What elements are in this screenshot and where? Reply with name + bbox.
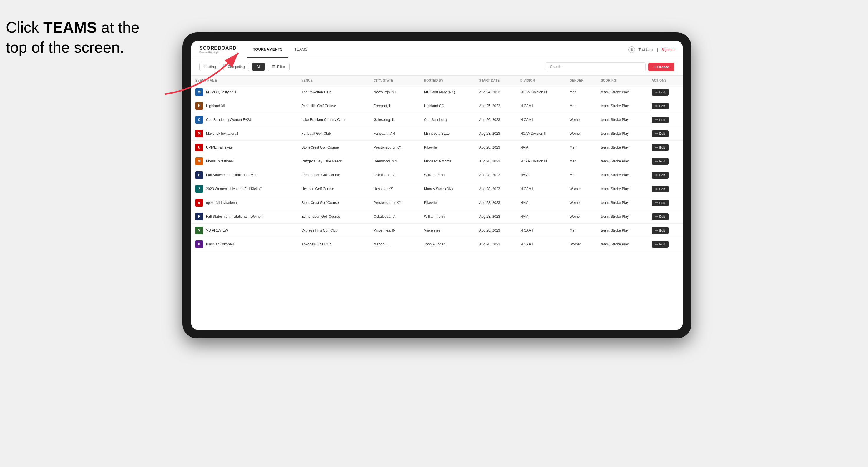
event-name-cell-12: K Klash at Kokopelli bbox=[195, 241, 293, 248]
cell-city-state-10: Oskaloosa, IA bbox=[370, 210, 420, 224]
event-name-text-4: Maverick Invitational bbox=[206, 131, 238, 136]
cell-venue-11: Cypress Hills Golf Club bbox=[297, 224, 369, 238]
cell-event-name-7: F Fall Statesmen Invitational - Men bbox=[191, 168, 297, 182]
nav-separator: | bbox=[657, 48, 658, 52]
logo-area: SCOREBOARD Powered by clippit bbox=[199, 45, 237, 54]
cell-venue-8: Hesston Golf Course bbox=[297, 182, 369, 196]
edit-button-4[interactable]: ✏ Edit bbox=[652, 130, 669, 137]
tab-teams[interactable]: TEAMS bbox=[288, 41, 313, 58]
hosting-button[interactable]: Hosting bbox=[199, 63, 220, 71]
cell-scoring-3: team, Stroke Play bbox=[597, 113, 647, 127]
cell-city-state-2: Freeport, IL bbox=[370, 99, 420, 113]
event-name-cell-7: F Fall Statesmen Invitational - Men bbox=[195, 171, 293, 179]
edit-button-11[interactable]: ✏ Edit bbox=[652, 227, 669, 234]
event-name-text-9: upike fall invitational bbox=[206, 201, 238, 205]
event-name-cell-6: M Morris Invitational bbox=[195, 157, 293, 165]
cell-actions-5: ✏ Edit bbox=[648, 141, 683, 155]
cell-event-name-4: M Maverick Invitational bbox=[191, 127, 297, 141]
cell-scoring-5: team, Stroke Play bbox=[597, 141, 647, 155]
cell-event-name-3: C Carl Sandburg Women FA23 bbox=[191, 113, 297, 127]
nav-right: ⚙ Test User | Sign out bbox=[628, 46, 674, 53]
table-container: EVENT NAME VENUE CITY, STATE HOSTED BY S… bbox=[191, 75, 683, 330]
event-name-text-11: VU PREVIEW bbox=[206, 228, 228, 232]
team-logo-5: U bbox=[195, 144, 203, 151]
team-logo-12: K bbox=[195, 241, 203, 248]
edit-button-8[interactable]: ✏ Edit bbox=[652, 186, 669, 192]
edit-button-5[interactable]: ✏ Edit bbox=[652, 144, 669, 151]
gear-icon[interactable]: ⚙ bbox=[628, 46, 635, 53]
sign-out-link[interactable]: Sign out bbox=[661, 48, 674, 52]
cell-start-date-6: Aug 28, 2023 bbox=[475, 155, 516, 168]
cell-venue-9: StoneCrest Golf Course bbox=[297, 196, 369, 210]
col-venue: VENUE bbox=[297, 75, 369, 85]
cell-division-8: NICAA II bbox=[516, 182, 565, 196]
event-name-text-1: MSMC Qualifying 1 bbox=[206, 90, 236, 94]
cell-actions-12: ✏ Edit bbox=[648, 238, 683, 251]
cell-city-state-12: Marion, IL bbox=[370, 238, 420, 251]
filter-button[interactable]: ☰ Filter bbox=[268, 63, 289, 71]
table-header: EVENT NAME VENUE CITY, STATE HOSTED BY S… bbox=[191, 75, 683, 85]
cell-actions-8: ✏ Edit bbox=[648, 182, 683, 196]
cell-hosted-by-9: Pikeville bbox=[420, 196, 475, 210]
edit-icon-11: ✏ bbox=[655, 229, 658, 232]
cell-division-7: NAIA bbox=[516, 168, 565, 182]
cell-start-date-7: Aug 28, 2023 bbox=[475, 168, 516, 182]
edit-button-6[interactable]: ✏ Edit bbox=[652, 158, 669, 165]
cell-gender-12: Women bbox=[565, 238, 597, 251]
cell-venue-4: Faribault Golf Club bbox=[297, 127, 369, 141]
table-row: K Klash at Kokopelli Kokopelli Golf Club… bbox=[191, 238, 683, 251]
cell-gender-7: Men bbox=[565, 168, 597, 182]
cell-start-date-3: Aug 26, 2023 bbox=[475, 113, 516, 127]
cell-actions-10: ✏ Edit bbox=[648, 210, 683, 224]
instruction-bold: TEAMS bbox=[43, 19, 97, 36]
search-input[interactable] bbox=[546, 62, 646, 71]
cell-city-state-6: Deerwood, MN bbox=[370, 155, 420, 168]
cell-venue-2: Park Hills Golf Course bbox=[297, 99, 369, 113]
cell-event-name-11: V VU PREVIEW bbox=[191, 224, 297, 238]
edit-icon-4: ✏ bbox=[655, 132, 658, 136]
cell-gender-9: Women bbox=[565, 196, 597, 210]
event-name-cell-3: C Carl Sandburg Women FA23 bbox=[195, 116, 293, 124]
table-row: u upike fall invitational StoneCrest Gol… bbox=[191, 196, 683, 210]
cell-actions-9: ✏ Edit bbox=[648, 196, 683, 210]
cell-city-state-3: Galesburg, IL bbox=[370, 113, 420, 127]
competing-button[interactable]: Competing bbox=[223, 63, 249, 71]
edit-button-3[interactable]: ✏ Edit bbox=[652, 117, 669, 123]
event-name-cell-9: u upike fall invitational bbox=[195, 199, 293, 207]
edit-button-10[interactable]: ✏ Edit bbox=[652, 213, 669, 220]
cell-division-10: NAIA bbox=[516, 210, 565, 224]
filter-label: Filter bbox=[277, 65, 285, 69]
nav-bar: SCOREBOARD Powered by clippit TOURNAMENT… bbox=[191, 41, 683, 58]
edit-button-7[interactable]: ✏ Edit bbox=[652, 172, 669, 179]
logo-title: SCOREBOARD bbox=[199, 45, 237, 51]
cell-scoring-9: team, Stroke Play bbox=[597, 196, 647, 210]
cell-event-name-2: H Highland 36 bbox=[191, 99, 297, 113]
cell-hosted-by-6: Minnesota-Morris bbox=[420, 155, 475, 168]
cell-hosted-by-5: Pikeville bbox=[420, 141, 475, 155]
tablet-frame: SCOREBOARD Powered by clippit TOURNAMENT… bbox=[182, 32, 691, 338]
create-button[interactable]: + Create bbox=[649, 63, 674, 71]
cell-event-name-1: M MSMC Qualifying 1 bbox=[191, 85, 297, 99]
edit-button-9[interactable]: ✏ Edit bbox=[652, 199, 669, 206]
edit-button-12[interactable]: ✏ Edit bbox=[652, 241, 669, 248]
event-name-text-12: Klash at Kokopelli bbox=[206, 242, 234, 246]
tab-tournaments[interactable]: TOURNAMENTS bbox=[247, 41, 289, 58]
cell-division-1: NCAA Division III bbox=[516, 85, 565, 99]
edit-button-2[interactable]: ✏ Edit bbox=[652, 103, 669, 110]
table-row: M Maverick Invitational Faribault Golf C… bbox=[191, 127, 683, 141]
cell-venue-5: StoneCrest Golf Course bbox=[297, 141, 369, 155]
edit-icon-5: ✏ bbox=[655, 146, 658, 150]
all-button[interactable]: All bbox=[252, 63, 265, 71]
col-start-date: START DATE bbox=[475, 75, 516, 85]
cell-city-state-1: Newburgh, NY bbox=[370, 85, 420, 99]
table-row: C Carl Sandburg Women FA23 Lake Bracken … bbox=[191, 113, 683, 127]
col-city-state: CITY, STATE bbox=[370, 75, 420, 85]
filter-icon: ☰ bbox=[272, 65, 275, 69]
cell-venue-12: Kokopelli Golf Club bbox=[297, 238, 369, 251]
cell-division-5: NAIA bbox=[516, 141, 565, 155]
edit-icon-3: ✏ bbox=[655, 118, 658, 122]
team-logo-8: 2 bbox=[195, 185, 203, 193]
event-name-text-2: Highland 36 bbox=[206, 104, 225, 108]
edit-button-1[interactable]: ✏ Edit bbox=[652, 89, 669, 96]
cell-scoring-8: team, Stroke Play bbox=[597, 182, 647, 196]
